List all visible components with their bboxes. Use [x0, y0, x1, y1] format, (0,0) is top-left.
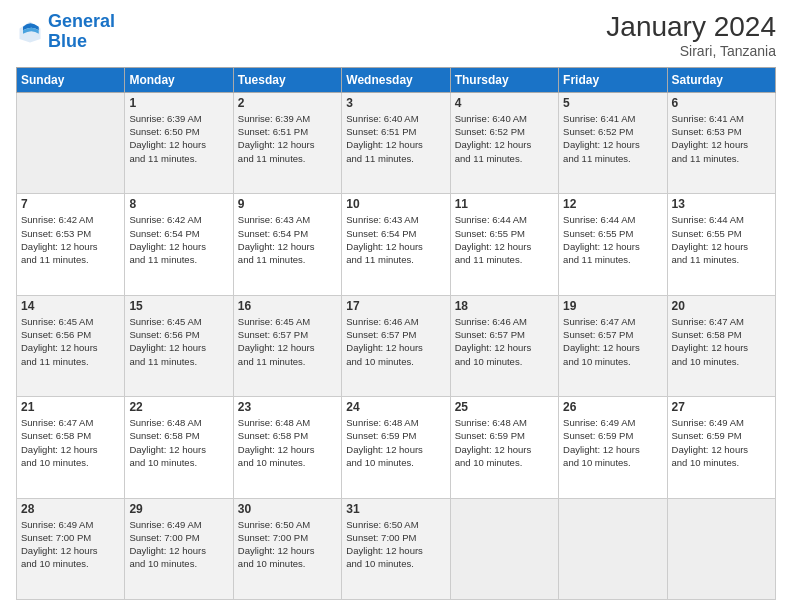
- day-number: 3: [346, 96, 445, 110]
- day-number: 16: [238, 299, 337, 313]
- calendar-cell: 15Sunrise: 6:45 AMSunset: 6:56 PMDayligh…: [125, 295, 233, 396]
- day-number: 10: [346, 197, 445, 211]
- day-number: 12: [563, 197, 662, 211]
- day-info: Sunrise: 6:43 AMSunset: 6:54 PMDaylight:…: [238, 213, 337, 266]
- day-header-tuesday: Tuesday: [233, 67, 341, 92]
- title-block: January 2024 Sirari, Tanzania: [606, 12, 776, 59]
- calendar-cell: 12Sunrise: 6:44 AMSunset: 6:55 PMDayligh…: [559, 194, 667, 295]
- logo: General Blue: [16, 12, 115, 52]
- day-number: 5: [563, 96, 662, 110]
- location: Sirari, Tanzania: [606, 43, 776, 59]
- day-info: Sunrise: 6:43 AMSunset: 6:54 PMDaylight:…: [346, 213, 445, 266]
- day-info: Sunrise: 6:47 AMSunset: 6:57 PMDaylight:…: [563, 315, 662, 368]
- calendar-week-row: 21Sunrise: 6:47 AMSunset: 6:58 PMDayligh…: [17, 397, 776, 498]
- day-info: Sunrise: 6:47 AMSunset: 6:58 PMDaylight:…: [21, 416, 120, 469]
- calendar-cell: 2Sunrise: 6:39 AMSunset: 6:51 PMDaylight…: [233, 92, 341, 193]
- calendar-cell: 25Sunrise: 6:48 AMSunset: 6:59 PMDayligh…: [450, 397, 558, 498]
- day-info: Sunrise: 6:45 AMSunset: 6:57 PMDaylight:…: [238, 315, 337, 368]
- calendar-cell: 11Sunrise: 6:44 AMSunset: 6:55 PMDayligh…: [450, 194, 558, 295]
- day-number: 26: [563, 400, 662, 414]
- day-info: Sunrise: 6:48 AMSunset: 6:58 PMDaylight:…: [238, 416, 337, 469]
- calendar-cell: 20Sunrise: 6:47 AMSunset: 6:58 PMDayligh…: [667, 295, 775, 396]
- calendar-cell: 13Sunrise: 6:44 AMSunset: 6:55 PMDayligh…: [667, 194, 775, 295]
- logo-text: General Blue: [48, 12, 115, 52]
- day-number: 23: [238, 400, 337, 414]
- day-info: Sunrise: 6:45 AMSunset: 6:56 PMDaylight:…: [21, 315, 120, 368]
- day-number: 17: [346, 299, 445, 313]
- calendar-header-row: SundayMondayTuesdayWednesdayThursdayFrid…: [17, 67, 776, 92]
- day-info: Sunrise: 6:44 AMSunset: 6:55 PMDaylight:…: [672, 213, 771, 266]
- day-number: 30: [238, 502, 337, 516]
- day-number: 8: [129, 197, 228, 211]
- day-header-thursday: Thursday: [450, 67, 558, 92]
- calendar-week-row: 14Sunrise: 6:45 AMSunset: 6:56 PMDayligh…: [17, 295, 776, 396]
- calendar-cell: 21Sunrise: 6:47 AMSunset: 6:58 PMDayligh…: [17, 397, 125, 498]
- day-number: 13: [672, 197, 771, 211]
- calendar-cell: [17, 92, 125, 193]
- calendar-week-row: 7Sunrise: 6:42 AMSunset: 6:53 PMDaylight…: [17, 194, 776, 295]
- calendar-cell: 23Sunrise: 6:48 AMSunset: 6:58 PMDayligh…: [233, 397, 341, 498]
- day-info: Sunrise: 6:40 AMSunset: 6:51 PMDaylight:…: [346, 112, 445, 165]
- day-header-monday: Monday: [125, 67, 233, 92]
- calendar-cell: 5Sunrise: 6:41 AMSunset: 6:52 PMDaylight…: [559, 92, 667, 193]
- day-number: 1: [129, 96, 228, 110]
- day-number: 22: [129, 400, 228, 414]
- day-info: Sunrise: 6:50 AMSunset: 7:00 PMDaylight:…: [346, 518, 445, 571]
- calendar-cell: 19Sunrise: 6:47 AMSunset: 6:57 PMDayligh…: [559, 295, 667, 396]
- calendar-cell: 3Sunrise: 6:40 AMSunset: 6:51 PMDaylight…: [342, 92, 450, 193]
- day-number: 6: [672, 96, 771, 110]
- day-header-saturday: Saturday: [667, 67, 775, 92]
- day-info: Sunrise: 6:41 AMSunset: 6:52 PMDaylight:…: [563, 112, 662, 165]
- calendar-cell: 29Sunrise: 6:49 AMSunset: 7:00 PMDayligh…: [125, 498, 233, 599]
- calendar-cell: 28Sunrise: 6:49 AMSunset: 7:00 PMDayligh…: [17, 498, 125, 599]
- day-info: Sunrise: 6:45 AMSunset: 6:56 PMDaylight:…: [129, 315, 228, 368]
- day-number: 9: [238, 197, 337, 211]
- calendar-cell: 1Sunrise: 6:39 AMSunset: 6:50 PMDaylight…: [125, 92, 233, 193]
- day-number: 7: [21, 197, 120, 211]
- calendar-cell: 10Sunrise: 6:43 AMSunset: 6:54 PMDayligh…: [342, 194, 450, 295]
- calendar-cell: [559, 498, 667, 599]
- day-number: 25: [455, 400, 554, 414]
- calendar-cell: 8Sunrise: 6:42 AMSunset: 6:54 PMDaylight…: [125, 194, 233, 295]
- day-info: Sunrise: 6:41 AMSunset: 6:53 PMDaylight:…: [672, 112, 771, 165]
- calendar-cell: 26Sunrise: 6:49 AMSunset: 6:59 PMDayligh…: [559, 397, 667, 498]
- calendar-week-row: 28Sunrise: 6:49 AMSunset: 7:00 PMDayligh…: [17, 498, 776, 599]
- calendar-cell: 18Sunrise: 6:46 AMSunset: 6:57 PMDayligh…: [450, 295, 558, 396]
- calendar-cell: 31Sunrise: 6:50 AMSunset: 7:00 PMDayligh…: [342, 498, 450, 599]
- day-info: Sunrise: 6:39 AMSunset: 6:50 PMDaylight:…: [129, 112, 228, 165]
- logo-icon: [16, 18, 44, 46]
- calendar-cell: 22Sunrise: 6:48 AMSunset: 6:58 PMDayligh…: [125, 397, 233, 498]
- day-number: 19: [563, 299, 662, 313]
- day-number: 24: [346, 400, 445, 414]
- day-number: 11: [455, 197, 554, 211]
- day-number: 27: [672, 400, 771, 414]
- day-info: Sunrise: 6:49 AMSunset: 7:00 PMDaylight:…: [129, 518, 228, 571]
- calendar-cell: 17Sunrise: 6:46 AMSunset: 6:57 PMDayligh…: [342, 295, 450, 396]
- calendar-cell: 4Sunrise: 6:40 AMSunset: 6:52 PMDaylight…: [450, 92, 558, 193]
- day-info: Sunrise: 6:48 AMSunset: 6:59 PMDaylight:…: [346, 416, 445, 469]
- day-info: Sunrise: 6:47 AMSunset: 6:58 PMDaylight:…: [672, 315, 771, 368]
- day-number: 14: [21, 299, 120, 313]
- calendar-cell: 6Sunrise: 6:41 AMSunset: 6:53 PMDaylight…: [667, 92, 775, 193]
- day-number: 4: [455, 96, 554, 110]
- day-number: 29: [129, 502, 228, 516]
- logo-line2: Blue: [48, 31, 87, 51]
- day-info: Sunrise: 6:42 AMSunset: 6:54 PMDaylight:…: [129, 213, 228, 266]
- day-info: Sunrise: 6:50 AMSunset: 7:00 PMDaylight:…: [238, 518, 337, 571]
- calendar-cell: 7Sunrise: 6:42 AMSunset: 6:53 PMDaylight…: [17, 194, 125, 295]
- day-info: Sunrise: 6:44 AMSunset: 6:55 PMDaylight:…: [455, 213, 554, 266]
- day-info: Sunrise: 6:46 AMSunset: 6:57 PMDaylight:…: [455, 315, 554, 368]
- calendar-cell: 30Sunrise: 6:50 AMSunset: 7:00 PMDayligh…: [233, 498, 341, 599]
- calendar-cell: [667, 498, 775, 599]
- day-info: Sunrise: 6:48 AMSunset: 6:59 PMDaylight:…: [455, 416, 554, 469]
- calendar-table: SundayMondayTuesdayWednesdayThursdayFrid…: [16, 67, 776, 600]
- day-header-wednesday: Wednesday: [342, 67, 450, 92]
- day-header-friday: Friday: [559, 67, 667, 92]
- day-info: Sunrise: 6:42 AMSunset: 6:53 PMDaylight:…: [21, 213, 120, 266]
- month-year: January 2024: [606, 12, 776, 43]
- day-number: 31: [346, 502, 445, 516]
- day-number: 15: [129, 299, 228, 313]
- calendar-cell: 24Sunrise: 6:48 AMSunset: 6:59 PMDayligh…: [342, 397, 450, 498]
- day-info: Sunrise: 6:39 AMSunset: 6:51 PMDaylight:…: [238, 112, 337, 165]
- day-number: 21: [21, 400, 120, 414]
